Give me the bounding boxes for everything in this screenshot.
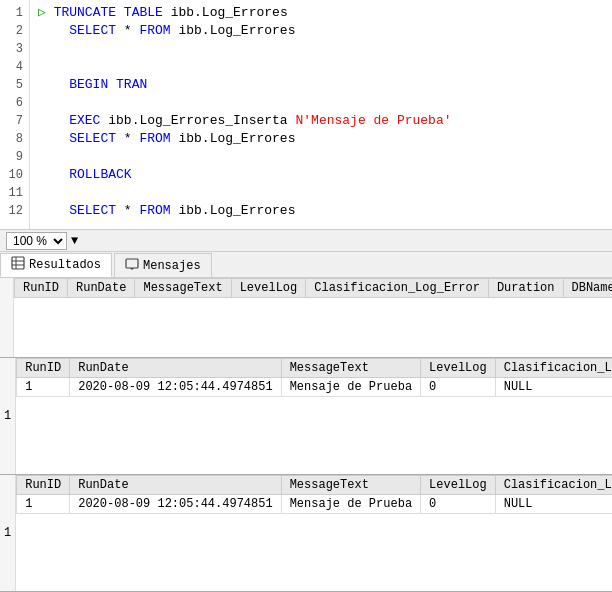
col-header-rundate: RunDate bbox=[70, 359, 281, 378]
col-header-dbname: DBName bbox=[563, 279, 612, 298]
line-numbers: 123456789101112 bbox=[0, 0, 30, 229]
col-header-clasificacion_log_error: Clasificacion_Log_Error bbox=[495, 359, 612, 378]
tabs-bar: ResultadosMensajes bbox=[0, 252, 612, 278]
cell-rundate: 2020-08-09 12:05:44.4974851 bbox=[70, 378, 281, 397]
cell-messagetext: Mensaje de Prueba bbox=[281, 378, 420, 397]
table-row: 12020-08-09 12:05:44.4974851Mensaje de P… bbox=[17, 495, 612, 514]
result-number-1: 1 bbox=[0, 358, 16, 474]
cell-messagetext: Mensaje de Prueba bbox=[281, 495, 420, 514]
tab-results-label: Resultados bbox=[29, 258, 101, 272]
cell-levellog: 0 bbox=[421, 378, 496, 397]
svg-rect-0 bbox=[12, 257, 24, 269]
result-number-2: 1 bbox=[0, 475, 16, 591]
result-number-0 bbox=[0, 278, 14, 357]
table-icon bbox=[11, 256, 25, 274]
line-number: 3 bbox=[6, 40, 23, 58]
result-table-1: RunIDRunDateMessageTextLevelLogClasifica… bbox=[16, 358, 612, 397]
col-header-messagetext: MessageText bbox=[281, 476, 420, 495]
cell-rundate: 2020-08-09 12:05:44.4974851 bbox=[70, 495, 281, 514]
tab-messages-label: Mensajes bbox=[143, 259, 201, 273]
cell-clasificacion_log_error: NULL bbox=[495, 378, 612, 397]
line-number: 8 bbox=[6, 130, 23, 148]
zoom-bar: 100 % ▼ bbox=[0, 230, 612, 252]
line-number: 2 bbox=[6, 22, 23, 40]
col-header-rundate: RunDate bbox=[68, 279, 135, 298]
col-header-runid: RunID bbox=[17, 476, 70, 495]
col-header-runid: RunID bbox=[17, 359, 70, 378]
line-number: 1 bbox=[6, 4, 23, 22]
message-icon bbox=[125, 257, 139, 275]
table-row: 12020-08-09 12:05:44.4974851Mensaje de P… bbox=[17, 378, 612, 397]
line-number: 11 bbox=[6, 184, 23, 202]
line-number: 4 bbox=[6, 58, 23, 76]
col-header-levellog: LevelLog bbox=[421, 359, 496, 378]
col-header-rundate: RunDate bbox=[70, 476, 281, 495]
col-header-messagetext: MessageText bbox=[281, 359, 420, 378]
line-number: 6 bbox=[6, 94, 23, 112]
code-editor: 123456789101112 ▷ TRUNCATE TABLE ibb.Log… bbox=[0, 0, 612, 230]
results-area: RunIDRunDateMessageTextLevelLogClasifica… bbox=[0, 278, 612, 592]
result-block-2: 1RunIDRunDateMessageTextLevelLogClasific… bbox=[0, 475, 612, 592]
col-header-duration: Duration bbox=[488, 279, 563, 298]
col-header-runid: RunID bbox=[15, 279, 68, 298]
line-number: 7 bbox=[6, 112, 23, 130]
cell-clasificacion_log_error: NULL bbox=[495, 495, 612, 514]
col-header-clasificacion_log_error: Clasificacion_Log_Error bbox=[495, 476, 612, 495]
svg-rect-4 bbox=[126, 259, 138, 268]
result-table-0: RunIDRunDateMessageTextLevelLogClasifica… bbox=[14, 278, 612, 298]
col-header-messagetext: MessageText bbox=[135, 279, 231, 298]
col-header-levellog: LevelLog bbox=[231, 279, 306, 298]
cell-runid: 1 bbox=[17, 495, 70, 514]
zoom-select[interactable]: 100 % bbox=[6, 232, 67, 250]
svg-marker-5 bbox=[130, 268, 134, 270]
zoom-icon: ▼ bbox=[71, 234, 78, 248]
result-block-0: RunIDRunDateMessageTextLevelLogClasifica… bbox=[0, 278, 612, 358]
cell-levellog: 0 bbox=[421, 495, 496, 514]
code-content[interactable]: ▷ TRUNCATE TABLE ibb.Log_Errores SELECT … bbox=[30, 0, 612, 229]
line-number: 10 bbox=[6, 166, 23, 184]
line-number: 9 bbox=[6, 148, 23, 166]
tab-messages[interactable]: Mensajes bbox=[114, 253, 212, 277]
col-header-clasificacion_log_error: Clasificacion_Log_Error bbox=[306, 279, 489, 298]
result-table-2: RunIDRunDateMessageTextLevelLogClasifica… bbox=[16, 475, 612, 514]
tab-results[interactable]: Resultados bbox=[0, 253, 112, 277]
line-number: 5 bbox=[6, 76, 23, 94]
cell-runid: 1 bbox=[17, 378, 70, 397]
line-number: 12 bbox=[6, 202, 23, 220]
col-header-levellog: LevelLog bbox=[421, 476, 496, 495]
result-block-1: 1RunIDRunDateMessageTextLevelLogClasific… bbox=[0, 358, 612, 475]
